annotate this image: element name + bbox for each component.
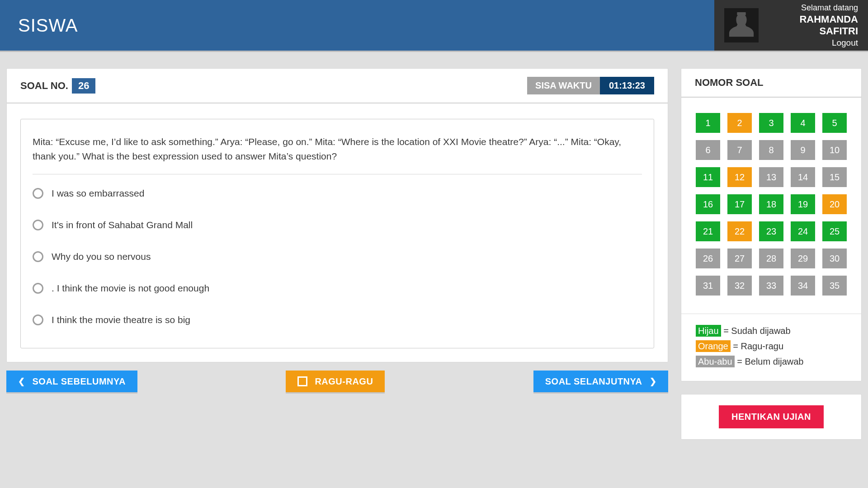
question-nav-cell[interactable]: 7: [727, 140, 752, 160]
legend-desc-gray: = Belum dijawab: [735, 357, 804, 366]
answer-option[interactable]: . I think the movie is not good enough: [33, 283, 642, 294]
question-panel-body: Mita: “Excuse me, I’d like to ask someth…: [7, 103, 668, 362]
option-text: . I think the movie is not good enough: [52, 283, 209, 294]
question-nav-panel: NOMOR SOAL 12345678910111213141516171819…: [681, 68, 862, 381]
user-icon: [727, 11, 755, 39]
svg-rect-0: [737, 12, 745, 15]
question-nav-cell[interactable]: 30: [822, 249, 847, 268]
question-nav-cell[interactable]: 8: [759, 140, 783, 160]
main-area: SOAL NO. 26 SISA WAKTU 01:13:23 Mita: “E…: [0, 52, 868, 440]
question-text: Mita: “Excuse me, I’d like to ask someth…: [33, 135, 642, 174]
question-label: SOAL NO.: [20, 80, 68, 92]
question-nav-cell[interactable]: 26: [696, 249, 720, 268]
question-nav-cell[interactable]: 17: [727, 194, 752, 214]
stop-exam-panel: HENTIKAN UJIAN: [681, 394, 862, 440]
legend-desc-orange: = Ragu-ragu: [731, 341, 783, 351]
question-nav-cell[interactable]: 18: [759, 194, 783, 214]
timer-label: SISA WAKTU: [527, 77, 600, 94]
answer-options: I was so embarrassed It's in front of Sa…: [33, 185, 642, 325]
option-text: I was so embarrassed: [52, 188, 144, 199]
answer-option[interactable]: I was so embarrassed: [33, 188, 642, 199]
question-nav-cell[interactable]: 19: [791, 194, 815, 214]
option-text: I think the movie theatre is so big: [52, 314, 190, 325]
question-nav-cell[interactable]: 3: [759, 113, 783, 133]
question-nav-cell[interactable]: 11: [696, 167, 720, 187]
legend: Hijau = Sudah dijawab Orange = Ragu-ragu…: [681, 314, 861, 381]
question-column: SOAL NO. 26 SISA WAKTU 01:13:23 Mita: “E…: [6, 68, 668, 440]
user-info: Selamat datang RAHMANDA SAFITRI Logout: [767, 3, 858, 48]
radio-icon: [33, 283, 43, 294]
option-text: Why do you so nervous: [52, 251, 151, 262]
question-nav-cell[interactable]: 10: [822, 140, 847, 160]
question-nav-cell[interactable]: 22: [727, 221, 752, 241]
question-nav-cell[interactable]: 34: [791, 276, 815, 296]
legend-row-orange: Orange = Ragu-ragu: [696, 338, 847, 354]
question-nav-cell[interactable]: 29: [791, 249, 815, 268]
question-box: Mita: “Excuse me, I’d like to ask someth…: [20, 119, 654, 348]
prev-button-label: SOAL SEBELUMNYA: [33, 376, 126, 387]
mark-doubt-button[interactable]: RAGU-RAGU: [286, 371, 385, 392]
radio-icon: [33, 220, 43, 230]
answer-option[interactable]: I think the movie theatre is so big: [33, 314, 642, 325]
question-nav-cell[interactable]: 15: [822, 167, 847, 187]
answer-option[interactable]: It's in front of Sahabat Grand Mall: [33, 220, 642, 230]
question-grid: 1234567891011121314151617181920212223242…: [696, 113, 847, 296]
radio-icon: [33, 314, 43, 325]
header-left: SISWA: [0, 0, 714, 51]
legend-row-green: Hijau = Sudah dijawab: [696, 323, 847, 338]
next-question-button[interactable]: SOAL SELANJUTNYA ❯: [533, 371, 668, 392]
question-nav-cell[interactable]: 12: [727, 167, 752, 187]
legend-tag-orange: Orange: [696, 340, 731, 352]
question-nav-cell[interactable]: 16: [696, 194, 720, 214]
sidebar-column: NOMOR SOAL 12345678910111213141516171819…: [681, 68, 862, 440]
doubt-button-label: RAGU-RAGU: [315, 376, 373, 387]
logout-link[interactable]: Logout: [767, 38, 858, 48]
nav-row: ❮ SOAL SEBELUMNYA RAGU-RAGU SOAL SELANJU…: [6, 371, 668, 392]
question-nav-cell[interactable]: 4: [791, 113, 815, 133]
question-number-wrap: SOAL NO. 26: [20, 78, 95, 94]
next-button-label: SOAL SELANJUTNYA: [545, 376, 642, 387]
question-panel-header: SOAL NO. 26 SISA WAKTU 01:13:23: [7, 69, 668, 103]
legend-desc-green: = Sudah dijawab: [721, 326, 791, 336]
question-nav-cell[interactable]: 24: [791, 221, 815, 241]
question-nav-cell[interactable]: 2: [727, 113, 752, 133]
prev-question-button[interactable]: ❮ SOAL SEBELUMNYA: [6, 371, 137, 392]
app-title: SISWA: [18, 15, 78, 36]
legend-tag-gray: Abu-abu: [696, 356, 735, 367]
option-text: It's in front of Sahabat Grand Mall: [52, 220, 193, 230]
question-nav-title: NOMOR SOAL: [681, 69, 861, 98]
user-box: Selamat datang RAHMANDA SAFITRI Logout: [714, 0, 868, 51]
chevron-right-icon: ❯: [650, 376, 657, 386]
question-number-badge: 26: [72, 78, 95, 94]
app-header: SISWA Selamat datang RAHMANDA SAFITRI Lo…: [0, 0, 868, 52]
question-nav-cell[interactable]: 28: [759, 249, 783, 268]
question-nav-cell[interactable]: 5: [822, 113, 847, 133]
stop-exam-button[interactable]: HENTIKAN UJIAN: [719, 405, 824, 428]
question-nav-cell[interactable]: 14: [791, 167, 815, 187]
legend-tag-green: Hijau: [696, 325, 721, 337]
question-nav-cell[interactable]: 31: [696, 276, 720, 296]
question-nav-cell[interactable]: 20: [822, 194, 847, 214]
answer-option[interactable]: Why do you so nervous: [33, 251, 642, 262]
question-nav-cell[interactable]: 9: [791, 140, 815, 160]
chevron-left-icon: ❮: [18, 376, 25, 386]
question-panel: SOAL NO. 26 SISA WAKTU 01:13:23 Mita: “E…: [6, 68, 668, 362]
question-nav-cell[interactable]: 35: [822, 276, 847, 296]
radio-icon: [33, 251, 43, 262]
checkbox-icon: [297, 376, 307, 386]
question-nav-cell[interactable]: 27: [727, 249, 752, 268]
question-nav-cell[interactable]: 13: [759, 167, 783, 187]
radio-icon: [33, 188, 43, 199]
question-nav-cell[interactable]: 1: [696, 113, 720, 133]
legend-row-gray: Abu-abu = Belum dijawab: [696, 354, 847, 369]
question-nav-cell[interactable]: 6: [696, 140, 720, 160]
avatar: [724, 8, 759, 42]
question-grid-wrap: 1234567891011121314151617181920212223242…: [681, 98, 861, 314]
question-nav-cell[interactable]: 33: [759, 276, 783, 296]
question-nav-cell[interactable]: 32: [727, 276, 752, 296]
welcome-text: Selamat datang: [767, 3, 858, 13]
question-nav-cell[interactable]: 23: [759, 221, 783, 241]
question-nav-cell[interactable]: 25: [822, 221, 847, 241]
timer-value: 01:13:23: [600, 77, 654, 94]
question-nav-cell[interactable]: 21: [696, 221, 720, 241]
